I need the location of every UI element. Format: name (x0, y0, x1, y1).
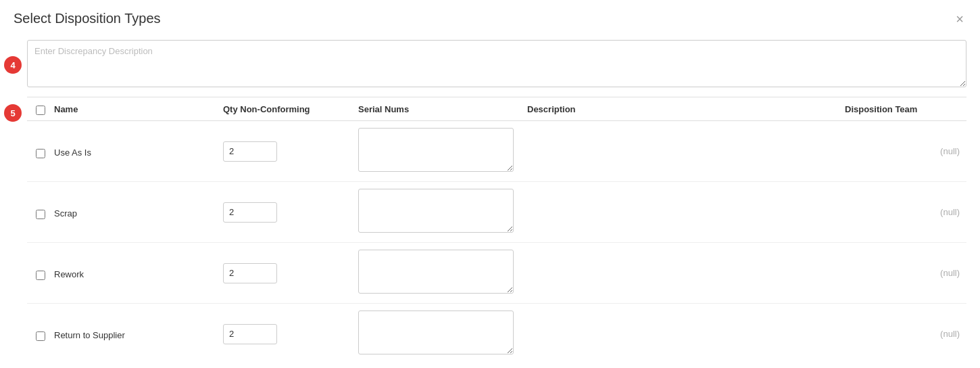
row-checkbox-col[interactable] (27, 327, 54, 341)
row-checkbox-col[interactable] (27, 206, 54, 219)
serial-textarea-2[interactable] (358, 250, 514, 294)
serial-textarea-3[interactable] (358, 310, 514, 354)
modal-title: Select Disposition Types (14, 11, 161, 26)
row-serial-col-2 (358, 250, 527, 296)
row-qty-col-2 (223, 263, 358, 283)
qty-input-3[interactable] (223, 324, 277, 344)
row-checkbox-0[interactable] (36, 149, 45, 158)
table-header: Name Qty Non-Conforming Serial Nums Desc… (27, 97, 966, 121)
row-qty-col-1 (223, 202, 358, 223)
row-checkbox-col[interactable] (27, 145, 54, 158)
row-name-1: Scrap (54, 206, 223, 218)
header-name: Name (54, 104, 223, 114)
row-disposition-2: (null) (845, 268, 966, 278)
header-serial: Serial Nums (358, 104, 527, 114)
select-all-checkbox[interactable] (36, 106, 45, 115)
row-checkbox-1[interactable] (36, 210, 45, 219)
table-row: Return to Supplier (null) (27, 304, 966, 364)
header-checkbox-col[interactable] (27, 103, 54, 115)
row-serial-col-3 (358, 310, 527, 357)
row-name-3: Return to Supplier (54, 327, 223, 340)
row-serial-col-1 (358, 189, 527, 235)
section-5: 5 Name Qty Non-Conforming Serial Nums De… (0, 97, 980, 364)
row-serial-col-0 (358, 128, 527, 175)
row-name-2: Rework (54, 267, 223, 279)
serial-textarea-1[interactable] (358, 189, 514, 233)
header-disposition: Disposition Team (845, 104, 966, 114)
step-5-badge: 5 (4, 104, 22, 122)
row-disposition-1: (null) (845, 207, 966, 217)
close-button[interactable]: × (953, 12, 966, 26)
table-row: Use As Is (null) (27, 121, 966, 182)
modal-header: Select Disposition Types × (0, 0, 980, 33)
table-row: Scrap (null) (27, 182, 966, 243)
table-row: Rework (null) (27, 243, 966, 304)
header-qty: Qty Non-Conforming (223, 104, 358, 114)
modal-container: Select Disposition Types × 4 5 Name Qty … (0, 0, 980, 368)
table-body: Use As Is (null) Scrap (null) (27, 121, 966, 364)
qty-input-0[interactable] (223, 141, 277, 162)
discrepancy-textarea[interactable] (27, 40, 966, 87)
row-checkbox-col[interactable] (27, 267, 54, 280)
row-name-0: Use As Is (54, 145, 223, 158)
header-description: Description (527, 104, 845, 114)
row-qty-col-0 (223, 141, 358, 162)
step-4-badge: 4 (4, 56, 22, 74)
row-disposition-3: (null) (845, 329, 966, 339)
qty-input-2[interactable] (223, 263, 277, 283)
serial-textarea-0[interactable] (358, 128, 514, 172)
qty-input-1[interactable] (223, 202, 277, 223)
section-4: 4 (0, 33, 980, 97)
disposition-table: Name Qty Non-Conforming Serial Nums Desc… (27, 97, 966, 364)
row-checkbox-3[interactable] (36, 331, 45, 341)
row-disposition-0: (null) (845, 146, 966, 156)
row-qty-col-3 (223, 324, 358, 344)
row-checkbox-2[interactable] (36, 271, 45, 280)
